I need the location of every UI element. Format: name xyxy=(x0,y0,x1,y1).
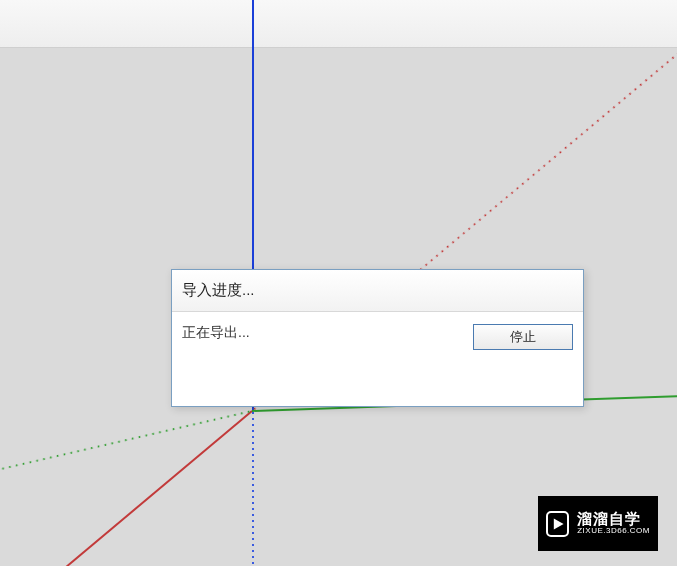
modeling-viewport: 导入进度... 正在导出... 停止 溜溜自学 ZIXUE.3D66.COM xyxy=(0,0,677,566)
toolbar-area xyxy=(0,0,677,48)
stop-button[interactable]: 停止 xyxy=(473,324,573,350)
play-icon xyxy=(546,511,569,537)
axis-red-positive xyxy=(0,410,253,566)
dialog-status-text: 正在导出... xyxy=(182,324,250,342)
dialog-body: 正在导出... 停止 xyxy=(172,312,583,362)
watermark-brand: 溜溜自学 xyxy=(577,511,650,528)
axis-blue-negative xyxy=(252,410,254,566)
dialog-titlebar[interactable]: 导入进度... xyxy=(172,270,583,312)
dialog-title: 导入进度... xyxy=(182,281,255,300)
watermark-badge: 溜溜自学 ZIXUE.3D66.COM xyxy=(538,496,658,551)
axis-green-negative xyxy=(0,410,252,491)
svg-marker-0 xyxy=(553,518,563,529)
watermark-url: ZIXUE.3D66.COM xyxy=(577,527,650,536)
import-progress-dialog: 导入进度... 正在导出... 停止 xyxy=(171,269,584,407)
